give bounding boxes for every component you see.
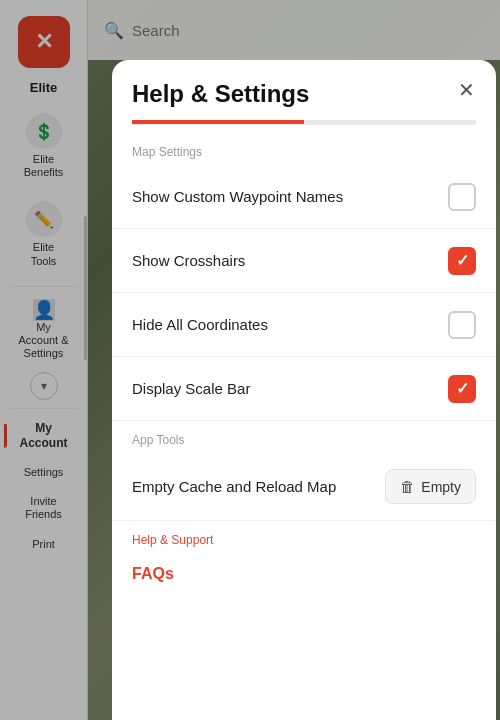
help-settings-modal: Help & Settings ✕ Map Settings Show Cust… bbox=[112, 60, 496, 720]
hide-all-coordinates-label: Hide All Coordinates bbox=[132, 316, 448, 333]
modal-close-button[interactable]: ✕ bbox=[452, 76, 480, 104]
faqs-link[interactable]: FAQs bbox=[112, 553, 496, 595]
display-scale-bar-label: Display Scale Bar bbox=[132, 380, 448, 397]
tab-1[interactable] bbox=[132, 120, 304, 124]
setting-show-crosshairs: Show Crosshairs bbox=[112, 229, 496, 293]
modal-body: Map Settings Show Custom Waypoint Names … bbox=[112, 125, 496, 720]
show-crosshairs-label: Show Crosshairs bbox=[132, 252, 448, 269]
display-scale-bar-checkbox[interactable] bbox=[448, 375, 476, 403]
setting-show-custom-waypoint-names: Show Custom Waypoint Names bbox=[112, 165, 496, 229]
map-settings-label: Map Settings bbox=[112, 133, 496, 165]
empty-cache-button-label: Empty bbox=[421, 479, 461, 495]
setting-display-scale-bar: Display Scale Bar bbox=[112, 357, 496, 421]
modal-title: Help & Settings bbox=[132, 80, 476, 108]
hide-all-coordinates-checkbox[interactable] bbox=[448, 311, 476, 339]
empty-cache-button[interactable]: 🗑 Empty bbox=[385, 469, 476, 504]
modal-header: Help & Settings ✕ bbox=[112, 60, 496, 120]
app-tools-label: App Tools bbox=[112, 421, 496, 453]
setting-empty-cache: Empty Cache and Reload Map 🗑 Empty bbox=[112, 453, 496, 521]
empty-cache-label: Empty Cache and Reload Map bbox=[132, 478, 385, 495]
setting-hide-all-coordinates: Hide All Coordinates bbox=[112, 293, 496, 357]
tab-2[interactable] bbox=[304, 120, 476, 124]
show-crosshairs-checkbox[interactable] bbox=[448, 247, 476, 275]
help-support-label: Help & Support bbox=[112, 521, 496, 553]
show-custom-waypoint-names-label: Show Custom Waypoint Names bbox=[132, 188, 448, 205]
trash-icon: 🗑 bbox=[400, 478, 415, 495]
show-custom-waypoint-names-checkbox[interactable] bbox=[448, 183, 476, 211]
